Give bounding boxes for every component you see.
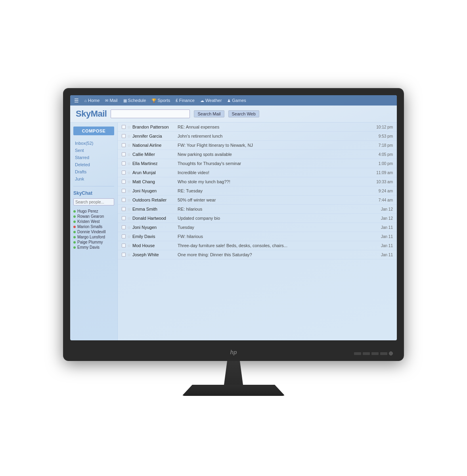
monitor-button-2[interactable] (363, 352, 370, 355)
table-row[interactable]: ☆Donald HartwoodUpdated company bioJan 1… (118, 214, 397, 223)
monitor-power-button[interactable] (389, 351, 393, 355)
chat-person-item[interactable]: Marion Smalls (73, 224, 114, 229)
star-icon[interactable]: ☆ (127, 216, 131, 221)
star-icon[interactable]: ☆ (127, 180, 131, 184)
star-icon[interactable]: ☆ (127, 234, 131, 239)
mail-time: Jan 11 (374, 253, 393, 257)
table-row[interactable]: ☆Brandon PattersonRE: Annual expenses10:… (118, 123, 397, 132)
star-icon[interactable]: ☆ (127, 198, 131, 202)
search-web-button[interactable]: Search Web (228, 110, 259, 117)
table-row[interactable]: ☆Ella MartinezThoughts for Thursday's se… (118, 159, 397, 168)
star-icon[interactable]: ☆ (127, 207, 131, 211)
mail-subject: New parking spots available (178, 152, 372, 157)
table-row[interactable]: ☆Arun MunjalIncredible video!11:09 am (118, 168, 397, 177)
mail-checkbox[interactable] (122, 125, 126, 129)
presence-dot (73, 221, 76, 223)
mail-sender: Outdoors Retailer (132, 198, 176, 202)
sidebar-divider (73, 186, 114, 186)
nav-item-sports[interactable]: 🏆 Sports (151, 98, 170, 103)
chat-person-name: Rowan Gearon (77, 214, 104, 219)
search-mail-button[interactable]: Search Mail (194, 110, 224, 117)
mail-time: Jan 11 (374, 225, 393, 230)
star-icon[interactable]: ☆ (127, 244, 131, 248)
mail-list: ☆Brandon PattersonRE: Annual expenses10:… (118, 123, 397, 340)
mail-time: Jan 11 (374, 234, 393, 239)
search-input[interactable] (111, 109, 190, 118)
nav-item-games[interactable]: ♟ Games (227, 98, 246, 103)
table-row[interactable]: ☆Matt ChangWho stole my lunch bag??!10:3… (118, 177, 397, 186)
table-row[interactable]: ☆Emily DavisFW: hilariousJan 11 (118, 232, 397, 241)
nav-item-schedule[interactable]: ▦ Schedule (123, 98, 146, 103)
app-body: SkyMail Search Mail Search Web COMPOSE I… (70, 106, 397, 340)
star-icon[interactable]: ☆ (127, 152, 131, 157)
nav-item-home[interactable]: ⌂ Home (84, 98, 100, 103)
monitor-button-4[interactable] (380, 352, 387, 355)
table-row[interactable]: ☆Jennifer GarciaJohn's retirement lunch9… (118, 132, 397, 141)
mail-checkbox[interactable] (122, 143, 126, 147)
chat-person-item[interactable]: Donnie Vindevill (73, 229, 114, 234)
menu-icon[interactable]: ☰ (74, 98, 79, 104)
star-icon[interactable]: ☆ (127, 134, 131, 138)
monitor-button-1[interactable] (354, 352, 361, 355)
chat-person-item[interactable]: Paige Plummy (73, 240, 114, 245)
chat-person-item[interactable]: Rowan Gearon (73, 214, 114, 219)
mail-time: 7:44 am (374, 198, 393, 202)
star-icon[interactable]: ☆ (127, 225, 131, 230)
mail-icon: ✉ (105, 98, 108, 103)
table-row[interactable]: ☆Mod HouseThree-day furniture sale! Beds… (118, 241, 397, 250)
table-row[interactable]: ☆National AirlineFW: Your Flight Itinera… (118, 141, 397, 150)
sidebar-item-sent[interactable]: Sent (73, 147, 114, 154)
mail-sender: National Airline (132, 143, 176, 148)
sidebar-item-starred[interactable]: Starred (73, 154, 114, 161)
mail-checkbox[interactable] (122, 244, 126, 248)
table-row[interactable]: ☆Emma SmithRE: hilariousJan 12 (118, 205, 397, 214)
table-row[interactable]: ☆Callie MillerNew parking spots availabl… (118, 150, 397, 159)
table-row[interactable]: ☆Joni NyugenTuesdayJan 11 (118, 223, 397, 232)
mail-checkbox[interactable] (122, 216, 126, 220)
mail-checkbox[interactable] (122, 180, 126, 184)
compose-button[interactable]: COMPOSE (73, 127, 114, 135)
mail-checkbox[interactable] (122, 207, 126, 211)
nav-item-weather[interactable]: ☁ Weather (200, 98, 222, 103)
mail-checkbox[interactable] (122, 134, 126, 138)
star-icon[interactable]: ☆ (127, 143, 131, 148)
sidebar-item-inbox[interactable]: Inbox(52) (73, 140, 114, 146)
nav-item-mail[interactable]: ✉ Mail (105, 98, 117, 103)
nav-item-finance[interactable]: ₤ Finance (176, 98, 195, 103)
mail-time: Jan 11 (374, 244, 393, 248)
mail-checkbox[interactable] (122, 171, 126, 175)
monitor-bezel: ☰ ⌂ Home ✉ Mail ▦ Schedule 🏆 (63, 88, 404, 361)
star-icon[interactable]: ☆ (127, 189, 131, 193)
mail-checkbox[interactable] (122, 161, 126, 165)
table-row[interactable]: ☆Joni NyugenRE: Tuesday9:24 am (118, 186, 397, 196)
mail-sender: Donald Hartwood (132, 216, 176, 221)
star-icon[interactable]: ☆ (127, 125, 131, 129)
chat-people-list: Hugo PerezRowan GearonKristen WestMarion… (73, 209, 114, 250)
monitor-button-3[interactable] (371, 352, 379, 355)
mail-checkbox[interactable] (122, 189, 126, 193)
star-icon[interactable]: ☆ (127, 161, 131, 166)
table-row[interactable]: ☆Joseph WhiteOne more thing: Dinner this… (118, 250, 397, 259)
chat-person-item[interactable]: Hugo Perez (73, 209, 114, 214)
chat-person-item[interactable]: Kristen West (73, 219, 114, 224)
mail-time: 7:18 pm (374, 143, 393, 148)
star-icon[interactable]: ☆ (127, 171, 131, 175)
sidebar-item-deleted[interactable]: Deleted (73, 161, 114, 168)
mail-checkbox[interactable] (122, 152, 126, 156)
games-icon: ♟ (227, 98, 231, 103)
sidebar-item-drafts[interactable]: Drafts (73, 169, 114, 175)
mail-sender: Emily Davis (132, 234, 176, 239)
sidebar-item-junk[interactable]: Junk (73, 176, 114, 182)
sidebar: COMPOSE Inbox(52) Sent Starred (70, 123, 118, 340)
chat-person-item[interactable]: Margo Lunsford (73, 234, 114, 240)
chat-person-name: Margo Lunsford (77, 235, 105, 239)
mail-checkbox[interactable] (122, 225, 126, 229)
mail-checkbox[interactable] (122, 253, 126, 257)
mail-checkbox[interactable] (122, 198, 126, 202)
search-people-input[interactable] (73, 198, 114, 205)
table-row[interactable]: ☆Outdoors Retailer50% off winter wear7:4… (118, 196, 397, 205)
mail-checkbox[interactable] (122, 234, 126, 238)
chat-person-item[interactable]: Emmy Davis (73, 245, 114, 250)
skymail-header: SkyMail Search Mail Search Web (70, 106, 397, 123)
star-icon[interactable]: ☆ (127, 253, 131, 257)
